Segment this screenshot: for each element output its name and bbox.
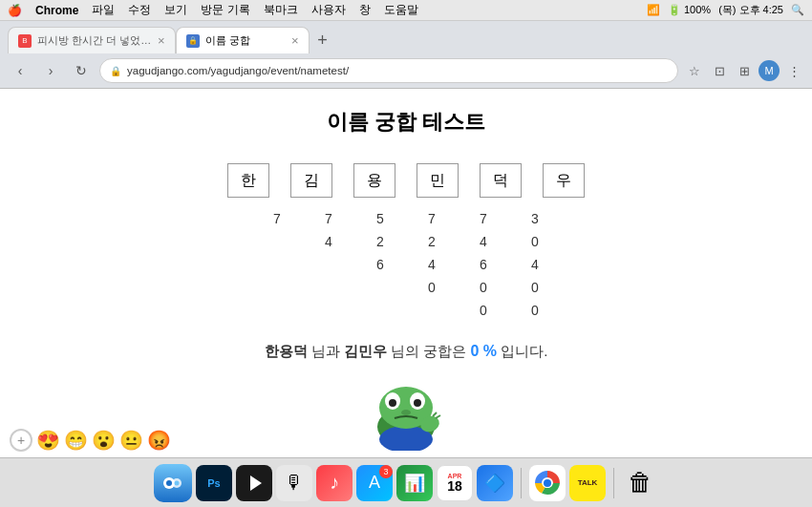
svg-point-19 [544,479,551,487]
char-box-1: 김 [290,163,332,198]
address-bar: ‹ › ↻ 🔒 yagudjango.com/yagudjango/event/… [0,53,812,88]
num-5-1: 0 [458,301,509,320]
char-box-3: 민 [417,163,459,198]
menu-user[interactable]: 사용자 [311,2,346,18]
dock-keynote[interactable]: 🔷 [477,465,513,501]
num-5-spacer4 [406,301,458,320]
num-1-4: 7 [406,209,458,228]
back-button[interactable]: ‹ [8,58,32,83]
tab-1-label: 피시방 한시간 더 넣었다... - 한화 이... [37,33,152,48]
menu-icon[interactable]: ⋮ [783,60,804,81]
browser-chrome: B 피시방 한시간 더 넣었다... - 한화 이... × 🔒 이름 궁합 ×… [0,21,812,89]
menu-history[interactable]: 방문 기록 [201,2,249,18]
num-2-5: 0 [509,232,561,251]
svg-line-9 [433,412,437,416]
emoji-love[interactable]: 😍 [36,429,60,452]
num-5-spacer2 [303,301,354,320]
tab-1-close[interactable]: × [158,33,165,48]
dock-chrome[interactable] [529,465,566,501]
svg-line-10 [436,415,440,418]
tab-favicon-1: B [18,34,32,48]
svg-point-7 [401,410,411,415]
emoji-wow[interactable]: 😮 [92,429,116,452]
num-3-spacer1 [251,255,303,274]
cast-icon[interactable]: ⊡ [709,60,730,81]
dock-kakao[interactable]: TALK [569,465,606,501]
num-2-spacer [251,232,303,251]
extensions-icon[interactable]: ⊞ [734,60,755,81]
num-5-spacer3 [354,301,406,320]
svg-point-6 [414,399,421,407]
dock-music[interactable]: ♪ [316,465,353,501]
tab-bar: B 피시방 한시간 더 넣었다... - 한화 이... × 🔒 이름 궁합 ×… [0,21,812,53]
char-box-0: 한 [227,163,269,198]
num-2-4: 4 [458,232,509,251]
dock-separator [521,468,522,498]
svg-point-15 [175,480,180,485]
result-text: 한용덕 님과 김민우 님의 궁합은 0 % 입니다. [19,343,793,361]
num-4-3: 0 [509,278,561,297]
dock-fcpx[interactable] [236,465,272,501]
emoji-grin[interactable]: 😁 [64,429,88,452]
char-box-4: 덕 [480,163,522,198]
svg-point-5 [389,399,396,407]
num-4-1: 0 [406,278,458,297]
app-name[interactable]: Chrome [35,4,78,17]
num-1-5: 7 [458,209,509,228]
menu-bar-right: 📶 🔋 100% (목) 오후 4:25 🔍 [647,3,804,17]
result-conjunction: 님과 [311,343,344,359]
dock-appstore[interactable]: A 3 [356,465,393,501]
dock-ipod[interactable]: 🎙 [276,465,312,501]
number-row-3: 6 4 6 4 [251,255,561,274]
num-1-2: 7 [303,209,354,228]
url-bar[interactable]: 🔒 yagudjango.com/yagudjango/event/namete… [99,58,678,83]
num-1-6: 3 [509,209,561,228]
menu-bar: 🍎 Chrome 파일 수정 보기 방문 기록 북마크 사용자 창 도움말 📶 … [0,0,812,21]
menu-bookmark[interactable]: 북마크 [264,2,298,18]
reload-button[interactable]: ↻ [69,58,94,83]
appstore-badge: 3 [379,465,393,478]
dock-numbers[interactable]: 📊 [396,465,433,501]
apple-logo[interactable]: 🍎 [8,4,22,17]
pepe-image [358,374,454,451]
address-bar-right: ☆ ⊡ ⊞ M ⋮ [684,60,804,81]
num-4-spacer1 [251,278,303,297]
menu-edit[interactable]: 수정 [128,2,151,18]
result-name2: 김민우 [344,343,387,359]
bookmark-star-icon[interactable]: ☆ [684,60,705,81]
menu-help[interactable]: 도움말 [384,2,418,18]
num-2-1: 4 [303,232,354,251]
num-2-2: 2 [354,232,406,251]
search-icon[interactable]: 🔍 [791,4,804,16]
dock-trash[interactable]: 🗑 [622,465,658,501]
dock-finder[interactable] [154,464,192,502]
num-3-2: 4 [406,255,458,274]
dock-separator-2 [613,468,614,498]
url-text: yagudjango.com/yagudjango/event/nametest… [127,65,349,76]
result-suffix: 입니다. [501,343,547,359]
tab-2-close[interactable]: × [291,33,299,48]
tab-2[interactable]: 🔒 이름 궁합 × [176,27,310,53]
num-3-4: 4 [509,255,561,274]
emoji-angry[interactable]: 😡 [147,429,171,452]
dock-calendar[interactable]: APR 18 [437,465,473,501]
menu-view[interactable]: 보기 [164,2,187,18]
emoji-bar: + 😍 😁 😮 😐 😡 [10,429,171,452]
new-tab-button[interactable]: + [310,27,336,53]
emoji-neutral[interactable]: 😐 [119,429,143,452]
forward-button[interactable]: › [38,58,63,83]
page-title: 이름 궁합 테스트 [19,108,793,137]
num-3-1: 6 [354,255,406,274]
profile-icon[interactable]: M [759,60,780,81]
dock-photoshop[interactable]: Ps [196,465,232,501]
lock-icon: 🔒 [110,66,121,76]
char-box-5: 우 [543,163,585,198]
wifi-icon: 📶 [647,4,660,16]
menu-window[interactable]: 창 [359,2,371,18]
num-5-spacer1 [251,301,303,320]
number-row-1: 7 7 5 7 7 3 [251,209,561,228]
emoji-add-button[interactable]: + [10,429,32,452]
tab-1[interactable]: B 피시방 한시간 더 넣었다... - 한화 이... × [8,27,176,53]
number-row-2: 4 2 2 4 0 [251,232,561,251]
menu-file[interactable]: 파일 [92,2,115,18]
